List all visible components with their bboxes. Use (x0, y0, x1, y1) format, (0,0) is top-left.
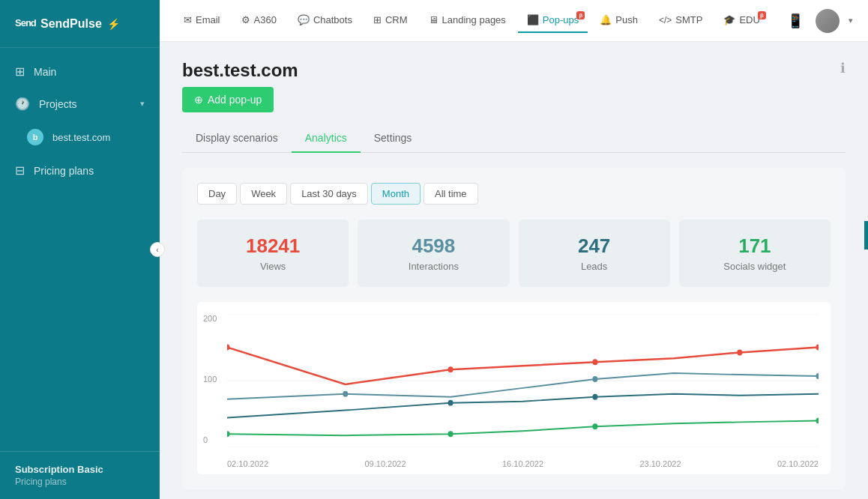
add-popup-label: Add pop-up (208, 94, 262, 106)
chart-dot-interact-3 (816, 373, 819, 379)
topnav-crm[interactable]: ⊞ CRM (364, 8, 417, 33)
sidebar-project-name: best.test.com (52, 132, 110, 143)
tab-analytics-label: Analytics (305, 132, 347, 144)
topnav-email[interactable]: ✉ Email (175, 8, 229, 33)
stat-card-interactions: 4598 Interactions (358, 220, 509, 287)
main-icon: ⊞ (15, 64, 25, 79)
y-label-0: 0 (203, 435, 217, 444)
sidebar-item-projects-label: Projects (39, 98, 77, 110)
time-filter-last30[interactable]: Last 30 days (290, 183, 368, 205)
chart-line-leads (227, 394, 819, 418)
stat-card-views: 18241 Views (197, 220, 349, 287)
topnav-smtp-label: SMTP (675, 14, 702, 25)
stats-row: 18241 Views 4598 Interactions 247 Leads … (197, 220, 831, 287)
analytics-panel: Day Week Last 30 days Month All time 182… (182, 168, 846, 489)
y-label-100: 100 (203, 375, 217, 384)
svg-text:SendPulse: SendPulse (15, 17, 36, 28)
sidebar-nav: ⊞ Main 🕐 Projects ▾ b best.test.com ⊟ Pr… (0, 48, 160, 451)
tab-settings[interactable]: Settings (361, 124, 426, 153)
time-filters: Day Week Last 30 days Month All time (197, 183, 831, 205)
views-value: 18241 (212, 235, 334, 258)
user-avatar[interactable] (816, 9, 840, 33)
push-icon: 🔔 (600, 14, 612, 25)
page-left: best.test.com ⊕ Add pop-up (182, 60, 298, 112)
time-filter-alltime[interactable]: All time (424, 183, 478, 205)
sidebar-item-main-label: Main (34, 66, 56, 78)
analytics-chart: 200 100 0 (197, 302, 831, 474)
topnav-right: 📱 ▾ (784, 9, 853, 33)
stat-card-leads: 247 Leads (519, 220, 670, 287)
page-info-icon[interactable]: ℹ (840, 60, 846, 76)
add-popup-button[interactable]: ⊕ Add pop-up (182, 87, 274, 112)
chatbots-icon: 💬 (298, 14, 310, 25)
top-navigation: ✉ Email ⚙ A360 💬 Chatbots ⊞ CRM 🖥 Landin… (160, 0, 868, 42)
topnav-edu[interactable]: 🎓 EDU β (714, 8, 768, 33)
chart-svg (227, 314, 819, 447)
projects-arrow-icon: ▾ (140, 99, 145, 109)
x-label-5: 02.10.2022 (777, 459, 819, 468)
interactions-label: Interactions (373, 261, 494, 272)
chart-dot-views-4 (737, 349, 742, 355)
chart-dot-views-5 (816, 345, 819, 351)
topnav-landing[interactable]: 🖥 Landing pages (420, 8, 515, 33)
chart-dot-views-1 (227, 345, 230, 351)
time-filter-month[interactable]: Month (371, 183, 421, 205)
projects-icon: 🕐 (15, 97, 30, 111)
edu-icon: 🎓 (723, 14, 735, 25)
leads-label: Leads (534, 261, 655, 272)
tab-analytics[interactable]: Analytics (292, 124, 361, 153)
tab-display-scenarios[interactable]: Display scenarios (182, 124, 292, 153)
x-label-1: 02.10.2022 (227, 459, 268, 468)
sidebar-logo: SendPulse SendPulse ⚡ (0, 0, 160, 48)
topnav-a360-label: A360 (254, 14, 277, 25)
chart-dot-views-3 (592, 359, 597, 365)
popups-icon: ⬛ (527, 14, 539, 25)
sidebar-bottom: Subscription Basic Pricing plans (0, 451, 160, 499)
chats-tab[interactable]: Chats (864, 221, 868, 250)
socials-value: 171 (694, 235, 816, 258)
subscription-label: Subscription Basic (15, 464, 145, 475)
sidebar-item-project[interactable]: b best.test.com (0, 120, 160, 154)
sidebar-item-projects[interactable]: 🕐 Projects ▾ (0, 88, 160, 120)
x-label-3: 16.10.2022 (502, 459, 543, 468)
mobile-icon[interactable]: 📱 (784, 10, 807, 32)
chart-dot-socials-3 (592, 423, 597, 429)
add-popup-icon: ⊕ (194, 94, 203, 106)
topnav-push-label: Push (615, 14, 638, 25)
topnav-chatbots-label: Chatbots (313, 14, 352, 25)
topnav-popups[interactable]: ⬛ Pop-ups β (518, 8, 588, 33)
time-filter-day[interactable]: Day (197, 183, 237, 205)
pricing-icon: ⊟ (15, 163, 25, 178)
main-content: ✉ Email ⚙ A360 💬 Chatbots ⊞ CRM 🖥 Landin… (160, 0, 868, 499)
topnav-popups-label: Pop-ups (543, 14, 579, 25)
tab-settings-label: Settings (374, 132, 412, 144)
chart-dot-interact-2 (592, 376, 597, 382)
chart-dot-socials-4 (816, 417, 819, 423)
chart-dot-views-2 (448, 366, 453, 372)
time-filter-week[interactable]: Week (240, 183, 287, 205)
smtp-icon: </> (659, 15, 672, 25)
crm-icon: ⊞ (373, 14, 382, 25)
chart-line-views (227, 348, 819, 384)
topnav-smtp[interactable]: </> SMTP (650, 8, 711, 33)
subscription-plans-link[interactable]: Pricing plans (15, 477, 145, 487)
landing-icon: 🖥 (429, 14, 438, 25)
topnav-push[interactable]: 🔔 Push (591, 8, 647, 33)
topnav-edu-label: EDU (739, 14, 759, 25)
sidebar-item-pricing-label: Pricing plans (34, 165, 94, 177)
sidebar-item-pricing[interactable]: ⊟ Pricing plans (0, 154, 160, 187)
edu-beta-badge: β (758, 11, 766, 19)
sidebar-item-main[interactable]: ⊞ Main (0, 55, 160, 88)
leads-value: 247 (534, 235, 655, 258)
email-icon: ✉ (184, 14, 192, 25)
views-label: Views (212, 261, 334, 272)
topnav-chatbots[interactable]: 💬 Chatbots (289, 8, 361, 33)
user-dropdown-arrow[interactable]: ▾ (849, 16, 853, 25)
topnav-a360[interactable]: ⚙ A360 (232, 8, 286, 33)
topnav-landing-label: Landing pages (442, 14, 506, 25)
chart-dot-leads-1 (448, 400, 453, 406)
a360-icon: ⚙ (241, 14, 250, 25)
sidebar-collapse-button[interactable]: ‹ (150, 242, 165, 257)
x-label-4: 23.10.2022 (639, 459, 681, 468)
project-avatar: b (27, 129, 43, 145)
